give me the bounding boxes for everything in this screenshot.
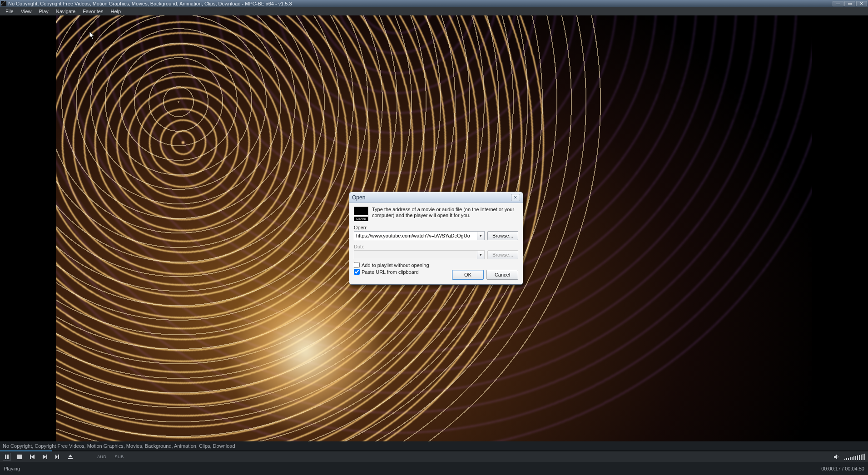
maximize-button[interactable]: ▭ — [844, 1, 855, 6]
time-total: 00:04:50 — [845, 466, 864, 471]
open-dropdown-button[interactable]: ▾ — [477, 232, 484, 240]
step-button[interactable] — [54, 453, 62, 461]
dub-input — [354, 251, 477, 259]
pause-button[interactable] — [3, 453, 11, 461]
app-icon — [1, 1, 6, 6]
svg-rect-0 — [5, 455, 6, 459]
dub-combo: ▾ — [354, 250, 485, 259]
browse-open-button[interactable]: Browse... — [487, 231, 518, 240]
dub-label: Dub: — [354, 244, 518, 249]
menu-file[interactable]: File — [2, 8, 17, 15]
control-bar: AUD SUB — [0, 451, 868, 462]
window-title: No Copyright, Copyright Free Videos, Mot… — [8, 1, 833, 6]
menu-favorites[interactable]: Favorites — [79, 8, 107, 15]
svg-rect-3 — [30, 455, 31, 459]
paste-url-label[interactable]: Paste URL from clipboard — [362, 269, 419, 275]
window-titlebar: No Copyright, Copyright Free Videos, Mot… — [0, 0, 868, 7]
open-url-input[interactable] — [354, 232, 477, 240]
clapper-icon — [354, 207, 368, 221]
dub-dropdown-button: ▾ — [477, 251, 484, 259]
ok-button[interactable]: OK — [452, 270, 484, 280]
cursor-icon — [89, 31, 95, 40]
filename-text: No Copyright, Copyright Free Videos, Mot… — [3, 443, 865, 449]
filename-overlay: No Copyright, Copyright Free Videos, Mot… — [0, 441, 868, 450]
paste-url-checkbox[interactable] — [354, 269, 360, 275]
dialog-message: Type the address of a movie or audio fil… — [372, 207, 518, 218]
menu-navigate[interactable]: Navigate — [52, 8, 79, 15]
time-display: 00:00:17 / 00:04:50 — [821, 466, 864, 471]
add-playlist-label[interactable]: Add to playlist without opening — [362, 262, 429, 268]
svg-rect-4 — [46, 455, 47, 459]
audio-track-button[interactable]: AUD — [95, 455, 109, 459]
dialog-title: Open — [352, 194, 511, 201]
eject-button[interactable] — [66, 453, 74, 461]
minimize-button[interactable]: — — [833, 1, 843, 6]
mute-button[interactable] — [833, 453, 841, 461]
menu-help[interactable]: Help — [107, 8, 124, 15]
subtitle-track-button[interactable]: SUB — [113, 455, 126, 459]
svg-rect-6 — [68, 458, 73, 459]
open-label: Open: — [354, 225, 518, 230]
volume-slider[interactable] — [844, 454, 865, 460]
open-combo: ▾ — [354, 231, 485, 240]
menu-play[interactable]: Play — [35, 8, 52, 15]
playback-state: Playing — [4, 466, 821, 471]
svg-rect-5 — [58, 455, 59, 459]
close-button[interactable]: ✕ — [856, 1, 867, 6]
menu-view[interactable]: View — [17, 8, 35, 15]
menu-bar: File View Play Navigate Favorites Help — [0, 7, 868, 15]
status-bar: Playing 00:00:17 / 00:04:50 — [0, 462, 868, 475]
open-dialog: Open ✕ Type the address of a movie or au… — [349, 192, 523, 285]
browse-dub-button: Browse... — [487, 250, 518, 259]
svg-rect-1 — [7, 455, 9, 459]
time-elapsed: 00:00:17 — [821, 466, 841, 471]
svg-rect-2 — [17, 455, 22, 459]
dialog-close-button[interactable]: ✕ — [511, 194, 520, 201]
prev-button[interactable] — [28, 453, 36, 461]
cancel-button[interactable]: Cancel — [486, 270, 518, 280]
add-playlist-checkbox[interactable] — [354, 262, 360, 268]
dialog-titlebar[interactable]: Open ✕ — [349, 192, 523, 203]
stop-button[interactable] — [15, 453, 24, 461]
next-button[interactable] — [41, 453, 49, 461]
